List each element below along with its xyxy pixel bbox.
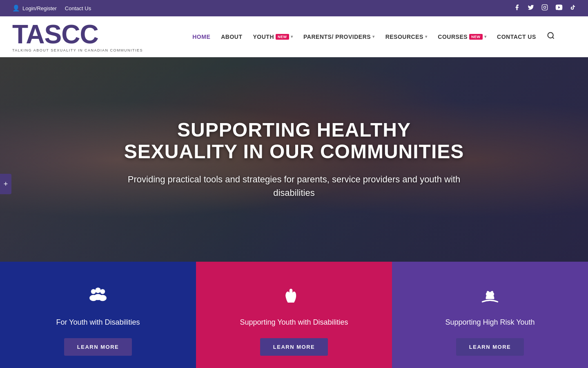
card-high-risk-learn-more-button[interactable]: LEARN MORE (456, 338, 524, 356)
svg-point-6 (91, 289, 96, 294)
heart-hand-icon (478, 286, 502, 310)
contact-us-link-topbar[interactable]: Contact Us (65, 5, 91, 11)
nav-item-about[interactable]: ABOUT (217, 31, 246, 43)
search-icon[interactable] (547, 31, 555, 42)
card-high-risk-title: Supporting High Risk Youth (445, 318, 535, 327)
nav-item-courses[interactable]: COURSES NEW ▾ (434, 31, 490, 43)
group-icon (86, 286, 110, 310)
svg-rect-0 (542, 4, 547, 10)
logo-subtitle: TALKING ABOUT SEXUALITY IN CANADIAN COMM… (12, 48, 143, 52)
instagram-icon[interactable] (541, 4, 548, 12)
courses-new-badge: NEW (469, 34, 483, 40)
svg-point-10 (95, 287, 101, 293)
nav-item-youth[interactable]: YOUTH NEW ▾ (249, 31, 297, 43)
youth-new-badge: NEW (276, 34, 289, 40)
card-youth-learn-more-button[interactable]: LEARN MORE (64, 338, 132, 356)
courses-dropdown-arrow: ▾ (484, 34, 487, 39)
nav-item-home[interactable]: HOME (188, 31, 214, 43)
hero-content: SUPPORTING HEALTHY SEXUALITY IN OUR COMM… (110, 119, 478, 200)
cards-section: For Youth with Disabilities LEARN MORE S… (0, 262, 588, 368)
nav-item-contact[interactable]: CONTACT US (493, 31, 540, 43)
nav-menu: HOME ABOUT YOUTH NEW ▾ PARENTS/ PROVIDER… (167, 31, 576, 43)
top-bar-left: 👤 Login/Register Contact Us (12, 4, 91, 12)
parents-dropdown-arrow: ▾ (372, 34, 375, 39)
nav-item-parents[interactable]: PARENTS/ PROVIDERS ▾ (299, 31, 379, 43)
logo-text: TASCC (12, 21, 143, 47)
youtube-icon[interactable] (555, 4, 563, 12)
card-youth: For Youth with Disabilities LEARN MORE (0, 262, 196, 368)
youth-dropdown-arrow: ▾ (291, 34, 293, 39)
svg-point-1 (543, 6, 546, 8)
social-icons-group (514, 4, 576, 12)
svg-line-5 (552, 37, 554, 39)
sidebar-toggle-button[interactable]: + (0, 174, 11, 194)
hero-section: SUPPORTING HEALTHY SEXUALITY IN OUR COMM… (0, 57, 588, 262)
card-youth-title: For Youth with Disabilities (56, 318, 140, 327)
hands-icon (282, 286, 306, 310)
facebook-icon[interactable] (514, 4, 520, 12)
user-icon: 👤 (12, 4, 20, 12)
twitter-icon[interactable] (528, 4, 534, 12)
svg-point-4 (548, 33, 553, 38)
login-register-link[interactable]: 👤 Login/Register (12, 4, 57, 12)
plus-icon: + (4, 180, 8, 188)
resources-dropdown-arrow: ▾ (425, 34, 428, 39)
card-supporting-youth: Supporting Youth with Disabilities LEARN… (196, 262, 392, 368)
hero-subtitle: Providing practical tools and strategies… (118, 173, 470, 200)
svg-point-8 (100, 289, 105, 294)
svg-point-11 (94, 294, 102, 300)
hero-title: SUPPORTING HEALTHY SEXUALITY IN OUR COMM… (118, 119, 470, 163)
card-high-risk: Supporting High Risk Youth LEARN MORE (392, 262, 588, 368)
top-bar: 👤 Login/Register Contact Us (0, 0, 588, 16)
logo[interactable]: TASCC TALKING ABOUT SEXUALITY IN CANADIA… (12, 21, 143, 52)
card-supporting-youth-title: Supporting Youth with Disabilities (240, 318, 348, 327)
svg-point-2 (546, 6, 546, 6)
navbar: TASCC TALKING ABOUT SEXUALITY IN CANADIA… (0, 16, 588, 57)
nav-item-resources[interactable]: RESOURCES ▾ (381, 31, 432, 43)
card-supporting-youth-learn-more-button[interactable]: LEARN MORE (260, 338, 328, 356)
tiktok-icon[interactable] (570, 4, 576, 12)
